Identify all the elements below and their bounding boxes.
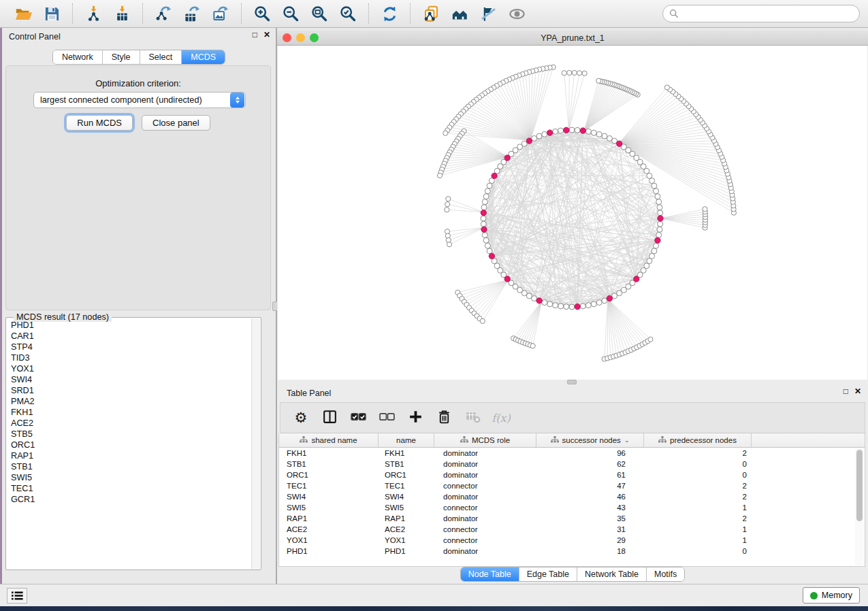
table-scrollbar-thumb[interactable]: [856, 450, 863, 521]
open-file-button[interactable]: [11, 2, 35, 25]
zoom-out-button[interactable]: [278, 2, 303, 25]
mcds-result-item[interactable]: YOX1: [7, 363, 252, 374]
mcds-result-item[interactable]: FKH1: [7, 407, 252, 418]
export-network-button[interactable]: [151, 2, 176, 25]
cell-successor_nodes: 46: [536, 491, 644, 502]
close-table-panel-icon[interactable]: ✕: [854, 387, 861, 395]
table-row[interactable]: TEC1TEC1connector472: [279, 480, 865, 491]
hide-flagged-button[interactable]: [476, 2, 500, 25]
table-row[interactable]: RAP1RAP1dominator352: [279, 513, 865, 524]
column-header-shared-name[interactable]: shared name: [279, 433, 379, 447]
task-history-button[interactable]: [7, 588, 27, 604]
split-columns-button[interactable]: [320, 408, 339, 428]
zoom-selected-button[interactable]: [336, 2, 360, 25]
add-row-icon: [407, 408, 424, 428]
table-scrollbar[interactable]: [855, 448, 864, 565]
table-row[interactable]: ACE2ACE2connector311: [279, 524, 865, 535]
table-row[interactable]: ORC1ORC1dominator610: [279, 469, 865, 480]
table-panel-title: Table Panel: [287, 389, 331, 398]
mcds-result-scrollbar[interactable]: [251, 318, 260, 569]
zoom-in-button[interactable]: [250, 2, 274, 25]
toggle-graphics-button[interactable]: [504, 2, 529, 25]
column-header-MCDS-role[interactable]: MCDS role: [434, 433, 536, 447]
tab-edge-table[interactable]: Edge Table: [519, 567, 577, 581]
tab-mcds[interactable]: MCDS: [182, 50, 225, 64]
cell-mcds_role: dominator: [434, 469, 536, 480]
mcds-result-item[interactable]: STB1: [7, 461, 252, 472]
mcds-result-item[interactable]: TEC1: [7, 483, 252, 494]
zoom-fit-button[interactable]: [307, 2, 332, 25]
import-network-button[interactable]: [81, 2, 106, 25]
column-header-successor-nodes[interactable]: successor nodes⌄: [536, 433, 644, 447]
table-row[interactable]: PHD1PHD1dominator180: [279, 546, 865, 557]
save-session-button[interactable]: [39, 2, 64, 25]
memory-button[interactable]: Memory: [803, 587, 860, 604]
horizontal-splitter-handle[interactable]: [567, 380, 577, 384]
network-manager-button[interactable]: [447, 2, 472, 25]
tab-motifs[interactable]: Motifs: [647, 567, 684, 581]
cell-name: RAP1: [379, 513, 434, 524]
mcds-result-item[interactable]: STP4: [7, 342, 252, 352]
table-row[interactable]: SWI5SWI5connector431: [279, 502, 865, 513]
shared-column-icon: [658, 436, 666, 444]
cell-mcds_role: dominator: [434, 491, 536, 502]
cell-mcds_role: connector: [434, 480, 536, 491]
add-row-button[interactable]: [406, 408, 425, 428]
mcds-result-item[interactable]: GCR1: [7, 494, 252, 505]
tab-network-table[interactable]: Network Table: [577, 567, 647, 581]
tab-style[interactable]: Style: [103, 50, 140, 64]
cell-shared_name: ACE2: [279, 524, 379, 535]
export-table-button[interactable]: [180, 2, 204, 25]
column-header-predecessor-nodes[interactable]: predecessor nodes: [644, 433, 752, 447]
delete-row-button[interactable]: [434, 408, 453, 428]
refresh-view-button[interactable]: [377, 2, 402, 25]
mcds-result-item[interactable]: RAP1: [7, 450, 252, 461]
shared-column-icon: [300, 436, 308, 444]
duplicate-network-button[interactable]: [419, 2, 443, 25]
mcds-result-item[interactable]: TID3: [7, 352, 252, 363]
mcds-result-item[interactable]: SRD1: [7, 385, 252, 396]
column-header-name[interactable]: name: [379, 433, 434, 447]
mcds-result-item[interactable]: PHD1: [7, 320, 252, 331]
run-mcds-button[interactable]: Run MCDS: [66, 115, 133, 131]
mcds-result-item[interactable]: PMA2: [7, 396, 252, 407]
toolbar-separator: [72, 3, 73, 24]
mcds-result-item[interactable]: SWI5: [7, 472, 252, 483]
horizontal-splitter[interactable]: [277, 380, 868, 384]
mcds-result-item[interactable]: ORC1: [7, 440, 252, 450]
float-table-panel-icon[interactable]: □: [843, 387, 848, 395]
network-view-window: YPA_prune.txt_1: [277, 28, 868, 380]
network-graph[interactable]: [278, 46, 867, 380]
criterion-dropdown[interactable]: largest connected component (undirected): [33, 92, 246, 108]
import-table-icon: [113, 5, 131, 23]
select-all-checkboxes-button[interactable]: [349, 408, 368, 428]
search-input[interactable]: [679, 9, 859, 18]
table-row[interactable]: FKH1FKH1dominator962: [279, 448, 865, 459]
mcds-result-item[interactable]: SWI4: [7, 374, 252, 385]
import-table-button[interactable]: [110, 2, 134, 25]
main-toolbar: [0, 0, 868, 28]
table-row[interactable]: YOX1YOX1connector291: [279, 535, 865, 546]
cell-mcds_role: dominator: [434, 459, 536, 469]
clear-all-checkboxes-button[interactable]: [377, 408, 396, 428]
network-canvas[interactable]: [278, 46, 867, 380]
mcds-result-item[interactable]: CAR1: [7, 331, 252, 342]
tab-node-table[interactable]: Node Table: [461, 567, 519, 581]
close-panel-button[interactable]: Close panel: [142, 115, 210, 131]
function-builder-icon: f(x): [492, 412, 510, 425]
tab-network[interactable]: Network: [53, 50, 103, 64]
export-image-button[interactable]: [208, 2, 233, 25]
cell-name: ORC1: [379, 469, 434, 480]
float-panel-icon[interactable]: □: [253, 31, 257, 39]
search-box[interactable]: [662, 5, 860, 22]
cell-name: STB1: [379, 459, 434, 469]
table-settings-button[interactable]: ⚙: [291, 408, 310, 428]
table-row[interactable]: SWI4SWI4dominator462: [279, 491, 865, 502]
mcds-result-item[interactable]: ACE2: [7, 418, 252, 429]
close-panel-icon[interactable]: ✕: [263, 31, 270, 39]
cell-successor_nodes: 47: [536, 480, 644, 491]
dropdown-stepper-icon: [230, 93, 244, 108]
mcds-result-item[interactable]: STB5: [7, 429, 252, 440]
tab-select[interactable]: Select: [140, 50, 182, 64]
table-row[interactable]: STB1STB1dominator620: [279, 459, 865, 469]
